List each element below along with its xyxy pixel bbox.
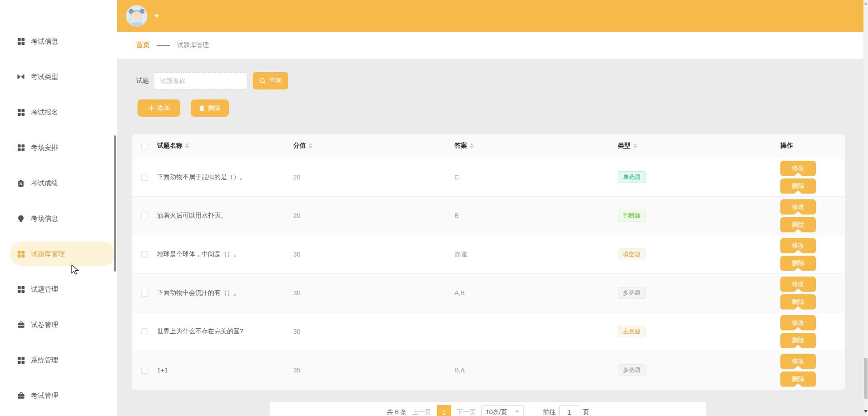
header-action: 操作 xyxy=(780,142,793,150)
row-checkbox[interactable] xyxy=(141,174,148,181)
briefcase-icon xyxy=(17,391,25,400)
sort-icon[interactable] xyxy=(633,143,637,149)
question-type-badge: 单选题 xyxy=(618,171,646,183)
sidebar-item-4[interactable]: 考试成绩 xyxy=(0,165,117,201)
sidebar-item-2[interactable]: 考试报名 xyxy=(0,94,117,130)
scroll-up-icon[interactable] xyxy=(864,2,868,5)
question-score: 30 xyxy=(293,328,454,335)
avatar-dropdown-caret-icon[interactable] xyxy=(154,15,159,18)
breadcrumb-home-link[interactable]: 首页 xyxy=(136,41,150,50)
goto-page-input[interactable] xyxy=(559,405,579,416)
question-score: 20 xyxy=(293,173,454,181)
sidebar-item-10[interactable]: 考试管理 xyxy=(0,378,117,413)
header-type[interactable]: 类型 xyxy=(618,142,631,150)
sidebar-item-5[interactable]: 考场信息 xyxy=(0,201,117,236)
search-form: 试题 查询 xyxy=(136,72,288,89)
grid-icon xyxy=(17,37,25,45)
query-button[interactable]: 查询 xyxy=(253,72,288,89)
row-checkbox[interactable] xyxy=(141,367,148,374)
next-page-button[interactable]: 下一页 xyxy=(457,408,476,416)
pagination: 共 6 条 上一页 1 下一页 10条/页 前往 页 xyxy=(270,402,706,416)
row-checkbox[interactable] xyxy=(141,213,148,219)
edit-row-button[interactable]: 修改 xyxy=(780,315,816,331)
grid-icon xyxy=(17,250,25,258)
search-field-label: 试题 xyxy=(136,77,149,85)
sidebar-item-7[interactable]: 试题管理 xyxy=(0,272,117,307)
page-scrollbar[interactable] xyxy=(863,0,868,416)
header-answer[interactable]: 答案 xyxy=(454,142,467,150)
question-name: 下面动物不属于昆虫的是（）。 xyxy=(157,173,293,181)
delete-row-button[interactable]: 删除 xyxy=(780,256,816,271)
sidebar-item-label: 考试报名 xyxy=(31,108,58,117)
sidebar-item-9[interactable]: 系统管理 xyxy=(0,342,117,378)
question-score: 30 xyxy=(293,251,454,258)
add-button[interactable]: 添加 xyxy=(138,99,180,117)
user-avatar[interactable] xyxy=(126,5,147,26)
question-name: 下面动物中会流汗的有（）。 xyxy=(157,289,293,297)
sidebar-item-3[interactable]: 考场安排 xyxy=(0,130,117,165)
edit-row-button[interactable]: 修改 xyxy=(780,161,816,176)
sidebar-item-label: 试题库管理 xyxy=(31,250,65,258)
question-answer: C xyxy=(454,173,618,181)
sidebar-scrollbar-thumb[interactable] xyxy=(114,135,116,272)
grid-icon xyxy=(17,108,25,116)
row-checkbox[interactable] xyxy=(141,251,148,258)
grid-icon xyxy=(17,285,25,293)
question-type-badge: 主观题 xyxy=(618,326,646,337)
briefcase-icon xyxy=(17,321,25,329)
question-type-badge: 判断题 xyxy=(618,210,646,222)
avatar-image xyxy=(126,5,147,26)
page-number-1[interactable]: 1 xyxy=(437,405,451,416)
select-all-checkbox[interactable] xyxy=(141,143,148,149)
search-icon xyxy=(259,78,266,84)
question-name: 地球是个球体，中间是（）。 xyxy=(157,250,293,258)
header-question-name[interactable]: 试题名称 xyxy=(157,142,182,150)
delete-row-button[interactable]: 删除 xyxy=(780,178,816,194)
question-name: 1+1 xyxy=(157,366,293,374)
table-row: 1+1 35 B,A 多选题 修改 删除 xyxy=(132,351,845,389)
question-answer: B,A xyxy=(454,366,618,374)
search-input[interactable] xyxy=(154,72,247,89)
edit-row-button[interactable]: 修改 xyxy=(780,354,816,369)
question-name: 世界上为什么不存在完美的圆? xyxy=(157,327,293,336)
delete-row-button[interactable]: 删除 xyxy=(780,333,816,348)
page-scrollbar-thumb[interactable] xyxy=(864,358,868,399)
goto-label: 前往 xyxy=(543,408,556,416)
plus-icon xyxy=(148,105,154,111)
question-table: 试题名称 分值 答案 类型 操作 xyxy=(132,134,845,390)
sidebar-item-8[interactable]: 试卷管理 xyxy=(0,307,117,342)
delete-row-button[interactable]: 删除 xyxy=(780,371,816,387)
row-checkbox[interactable] xyxy=(141,290,148,297)
sort-icon[interactable] xyxy=(470,143,473,149)
sidebar-item-0[interactable]: 考试信息 xyxy=(0,24,117,59)
grid-icon xyxy=(17,144,25,152)
table-row: 油着火后可以用水扑灭。 20 B 判断题 修改 删除 xyxy=(132,196,845,235)
sort-icon[interactable] xyxy=(309,143,312,149)
edit-row-button[interactable]: 修改 xyxy=(780,238,816,253)
page-root: { "topbar": { "caret": "dropdown" }, "br… xyxy=(0,0,868,416)
add-button-label: 添加 xyxy=(158,104,170,112)
edit-row-button[interactable]: 修改 xyxy=(780,199,816,215)
delete-button[interactable]: 删除 xyxy=(191,99,229,117)
table-row: 世界上为什么不存在完美的圆? 30 主观题 修改 删除 xyxy=(132,312,845,351)
table-row: 下面动物不属于昆虫的是（）。 20 C 单选题 修改 删除 xyxy=(132,158,845,196)
goto-unit-label: 页 xyxy=(583,408,589,416)
question-type-badge: 多选题 xyxy=(618,364,646,376)
page-size-select[interactable]: 10条/页 xyxy=(481,405,524,416)
edit-row-button[interactable]: 修改 xyxy=(780,277,816,292)
sidebar-item-6[interactable]: 试题库管理 xyxy=(0,236,117,272)
sort-icon[interactable] xyxy=(185,143,189,149)
sidebar-item-label: 考试类型 xyxy=(31,73,58,81)
film-icon xyxy=(17,73,25,81)
delete-row-button[interactable]: 删除 xyxy=(780,217,816,233)
scroll-down-icon[interactable] xyxy=(864,410,868,413)
question-type-badge: 多选题 xyxy=(618,287,646,299)
question-score: 35 xyxy=(293,366,454,374)
sidebar-item-label: 考试信息 xyxy=(31,37,58,46)
query-button-label: 查询 xyxy=(269,77,282,85)
header-score[interactable]: 分值 xyxy=(293,142,306,150)
delete-row-button[interactable]: 删除 xyxy=(780,294,816,310)
sidebar-item-1[interactable]: 考试类型 xyxy=(0,59,117,94)
row-checkbox[interactable] xyxy=(141,328,148,335)
prev-page-button[interactable]: 上一页 xyxy=(412,408,431,416)
